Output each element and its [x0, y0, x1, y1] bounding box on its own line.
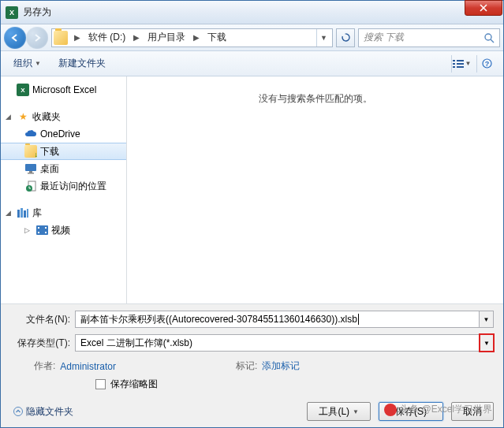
library-icon — [17, 207, 29, 219]
nav-arrows — [4, 27, 48, 49]
watermark-avatar-icon — [384, 404, 397, 416]
svg-rect-15 — [17, 210, 20, 218]
filename-label: 文件名(N): — [10, 313, 75, 326]
tree-item-libraries[interactable]: ◢ 库 — [1, 204, 126, 221]
titlebar: X 另存为 — [1, 1, 503, 24]
arrow-right-icon — [32, 33, 42, 43]
excel-app-icon: X — [6, 6, 18, 19]
author-label: 作者: — [34, 359, 55, 373]
desktop-icon — [24, 162, 37, 175]
svg-rect-7 — [457, 66, 464, 68]
svg-rect-16 — [21, 208, 23, 218]
thumbnail-checkbox-row: 保存缩略图 — [95, 378, 494, 391]
chevron-right-icon: ▶ — [69, 33, 85, 42]
navbar: ▶ 软件 (D:) ▶ 用户目录 ▶ 下载 ▼ 搜索 下载 — [1, 24, 503, 51]
svg-rect-11 — [29, 171, 32, 173]
chevron-down-icon: ▼ — [35, 60, 41, 67]
text-cursor — [358, 314, 359, 325]
tags-value[interactable]: 添加标记 — [262, 359, 300, 373]
author-value[interactable]: Administrator — [60, 361, 116, 372]
breadcrumb-seg-downloads[interactable]: 下载 — [204, 29, 230, 46]
svg-point-0 — [485, 34, 491, 40]
folder-download-icon: ↓ — [24, 145, 37, 158]
filename-dropdown[interactable]: ▼ — [480, 311, 494, 328]
breadcrumb-seg-userdir[interactable]: 用户目录 — [144, 29, 189, 46]
window-title: 另存为 — [23, 6, 51, 19]
filename-input[interactable]: 副本笛卡尔乘积列表((Autorecovered-307845511360146… — [75, 311, 480, 328]
svg-rect-3 — [457, 60, 464, 61]
filename-row: 文件名(N): 副本笛卡尔乘积列表((Autorecovered-3078455… — [10, 311, 494, 328]
folder-tree: X Microsoft Excel ◢ ★ 收藏夹 OneDrive ↓ — [1, 76, 127, 303]
svg-rect-22 — [45, 227, 47, 229]
new-folder-button[interactable]: 新建文件夹 — [52, 54, 112, 73]
refresh-icon — [341, 32, 351, 43]
organize-button[interactable]: 组织 ▼ — [7, 54, 47, 73]
empty-message: 没有与搜索条件匹配的项。 — [259, 92, 372, 303]
excel-icon: X — [17, 84, 29, 96]
chevron-down-icon: ▼ — [465, 60, 472, 67]
expand-icon: ◢ — [6, 113, 13, 121]
thumbnail-checkbox[interactable] — [95, 379, 106, 389]
file-list[interactable]: 没有与搜索条件匹配的项。 — [127, 76, 503, 303]
filetype-dropdown[interactable]: ▼ — [479, 333, 495, 352]
arrow-left-icon — [10, 33, 20, 43]
filetype-select[interactable]: Excel 二进制工作簿(*.xlsb) — [75, 334, 480, 352]
watermark: 头条 @Excel学习世界 — [384, 403, 492, 416]
refresh-button[interactable] — [336, 28, 355, 47]
view-options-button[interactable]: ▼ — [451, 55, 472, 73]
tags-label: 标记: — [236, 359, 257, 373]
hide-folders-button[interactable]: 隐藏文件夹 — [13, 405, 73, 419]
save-as-dialog: X 另存为 ▶ 软件 (D:) ▶ 用户目录 ▶ 下载 ▼ — [0, 0, 504, 428]
svg-line-1 — [491, 39, 494, 43]
tree-item-onedrive[interactable]: OneDrive — [1, 125, 126, 143]
video-icon — [35, 224, 48, 236]
svg-rect-23 — [45, 232, 47, 233]
expand-icon: ◢ — [6, 209, 13, 217]
tools-button[interactable]: 工具(L) ▼ — [307, 402, 371, 421]
svg-rect-2 — [453, 60, 455, 61]
search-icon — [483, 32, 495, 43]
breadcrumb-dropdown[interactable]: ▼ — [316, 29, 330, 47]
chevron-right-icon: ▶ — [129, 33, 144, 42]
svg-rect-19 — [36, 225, 48, 235]
search-input[interactable]: 搜索 下载 — [358, 28, 500, 47]
svg-rect-20 — [38, 227, 39, 229]
svg-rect-5 — [457, 63, 464, 65]
nav-back-button[interactable] — [4, 27, 26, 49]
filetype-label: 保存类型(T): — [10, 337, 75, 350]
svg-rect-4 — [453, 63, 455, 65]
content-area: X Microsoft Excel ◢ ★ 收藏夹 OneDrive ↓ — [1, 76, 503, 303]
metadata-row: 作者: Administrator 标记: 添加标记 — [34, 359, 494, 373]
breadcrumb[interactable]: ▶ 软件 (D:) ▶ 用户目录 ▶ 下载 ▼ — [51, 28, 333, 47]
collapse-icon: ▷ — [24, 226, 32, 234]
chevron-down-icon: ▼ — [353, 408, 359, 415]
tree-item-excel[interactable]: X Microsoft Excel — [1, 81, 126, 99]
tree-item-desktop[interactable]: 桌面 — [1, 160, 126, 177]
close-icon — [480, 4, 487, 12]
thumbnail-checkbox-label: 保存缩略图 — [110, 378, 158, 391]
svg-rect-6 — [453, 66, 455, 68]
close-button[interactable] — [465, 0, 502, 16]
svg-rect-21 — [38, 232, 39, 233]
folder-icon — [54, 31, 68, 45]
chevron-right-icon: ▶ — [189, 33, 204, 42]
svg-point-24 — [14, 408, 23, 416]
star-icon: ★ — [17, 110, 29, 123]
tree-item-video[interactable]: ▷ 视频 — [1, 221, 126, 239]
filetype-row: 保存类型(T): Excel 二进制工作簿(*.xlsb) ▼ — [10, 334, 494, 352]
breadcrumb-seg-drive[interactable]: 软件 (D:) — [85, 29, 129, 46]
nav-forward-button[interactable] — [26, 27, 48, 49]
svg-rect-10 — [25, 164, 36, 171]
tree-item-downloads[interactable]: ↓ 下载 — [1, 143, 126, 160]
tree-item-favorites[interactable]: ◢ ★ 收藏夹 — [1, 108, 126, 125]
help-icon: ? — [482, 58, 492, 69]
chevron-up-icon — [13, 407, 23, 416]
help-button[interactable]: ? — [476, 55, 497, 73]
cloud-icon — [24, 128, 37, 140]
search-placeholder: 搜索 下载 — [364, 31, 404, 44]
recent-icon — [24, 180, 37, 192]
tree-item-recent[interactable]: 最近访问的位置 — [1, 177, 126, 195]
toolbar: 组织 ▼ 新建文件夹 ▼ ? — [1, 51, 503, 76]
view-icon — [453, 59, 464, 69]
svg-text:?: ? — [485, 60, 490, 68]
